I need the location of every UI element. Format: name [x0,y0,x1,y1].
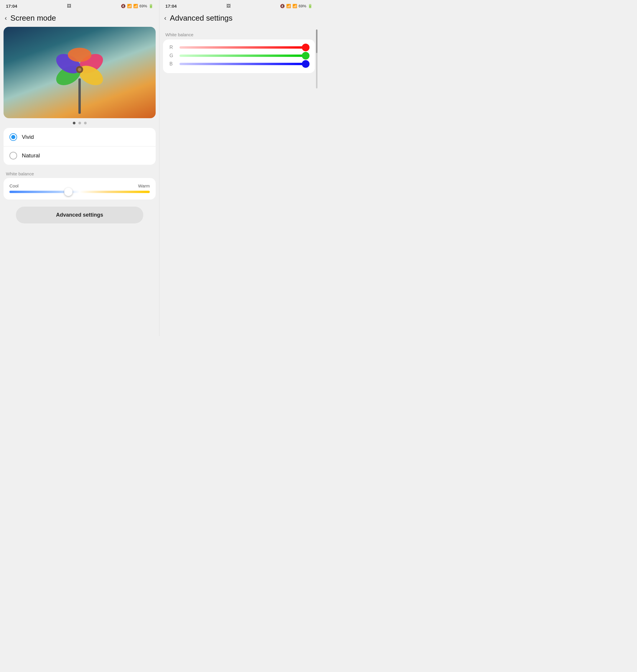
page-indicators [0,122,159,124]
white-balance-section-label: White balance [6,171,156,176]
right-gallery-icon: 🖼 [226,3,231,8]
red-thumb[interactable] [302,43,310,51]
left-back-button[interactable]: ‹ [5,15,7,22]
red-channel-label: R [169,45,176,50]
cool-warm-slider[interactable] [10,191,150,193]
vivid-option[interactable]: Vivid [3,128,156,146]
cool-label: Cool [10,183,19,188]
right-scrollbar[interactable] [316,30,317,88]
green-row: G [169,53,308,58]
right-signal-icon: 📶 [292,4,297,8]
left-status-icons: 🔇 📶 📶 69% 🔋 [121,4,153,8]
left-time: 17:04 [6,3,17,8]
warm-label: Warm [138,183,150,188]
natural-option[interactable]: Natural [3,146,156,165]
right-wifi-icon: 📶 [286,4,291,8]
svg-point-7 [78,68,81,71]
dot-1 [73,122,75,124]
natural-radio[interactable] [10,152,17,160]
green-slider[interactable] [180,55,308,57]
pinwheel-illustration [47,31,112,114]
wb-labels: Cool Warm [10,183,150,188]
rgb-section-label: White balance [165,32,312,37]
blue-slider[interactable] [180,63,308,65]
right-page-title: Advanced settings [170,14,232,23]
left-status-bar: 17:04 🖼 🔇 📶 📶 69% 🔋 [0,0,159,11]
left-gallery-icon: 🖼 [67,3,71,8]
screen-mode-options: Vivid Natural [3,128,156,165]
left-header: ‹ Screen mode [0,11,159,27]
right-time: 17:04 [165,3,177,8]
vivid-radio[interactable] [10,133,17,141]
dot-3 [84,122,87,124]
right-battery-icon: 🔋 [308,4,312,8]
dot-2 [78,122,81,124]
signal-icon: 📶 [133,4,138,8]
preview-image [3,27,156,118]
cool-warm-thumb[interactable] [64,188,73,196]
red-row: R [169,45,308,50]
right-scrollbar-thumb[interactable] [316,30,317,53]
natural-label: Natural [22,152,40,159]
green-thumb[interactable] [302,52,310,59]
white-balance-card: Cool Warm [3,178,156,200]
blue-channel-label: B [169,61,176,67]
left-page-title: Screen mode [10,14,56,23]
mute-icon: 🔇 [121,4,126,8]
red-slider[interactable] [180,46,308,49]
svg-rect-0 [78,78,81,114]
advanced-settings-panel: 17:04 🖼 🔇 📶 📶 69% 🔋 ‹ Advanced settings … [159,0,318,336]
right-back-button[interactable]: ‹ [164,15,166,22]
right-battery-text: 69% [298,4,306,8]
screen-mode-panel: 17:04 🖼 🔇 📶 📶 69% 🔋 ‹ Screen mode [0,0,159,336]
advanced-settings-button[interactable]: Advanced settings [16,206,143,223]
right-mute-icon: 🔇 [280,4,285,8]
blue-thumb[interactable] [302,60,310,68]
vivid-label: Vivid [22,134,34,140]
svg-point-5 [68,48,91,62]
rgb-white-balance-card: R G B [163,39,315,73]
right-header: ‹ Advanced settings [160,11,318,27]
right-status-bar: 17:04 🖼 🔇 📶 📶 69% 🔋 [160,0,318,11]
left-battery-text: 69% [140,4,147,8]
blue-row: B [169,61,308,67]
left-battery-icon: 🔋 [149,4,153,8]
green-channel-label: G [169,53,176,58]
wifi-icon: 📶 [127,4,132,8]
right-status-icons: 🔇 📶 📶 69% 🔋 [280,4,312,8]
